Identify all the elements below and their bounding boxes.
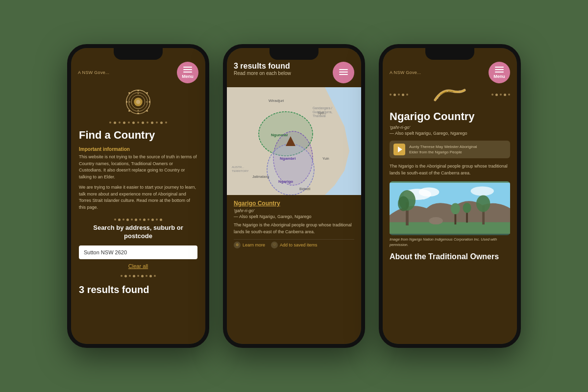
dot-5: [128, 122, 130, 123]
d6: [135, 219, 137, 221]
menu-btn-inner-3: Menu: [493, 67, 505, 79]
find-country-title: Find a Country: [79, 129, 197, 142]
p3d6: [491, 94, 493, 96]
svg-point-38: [459, 91, 461, 92]
journey-text: We are trying to make it easier to start…: [79, 184, 197, 211]
dots-divider-2: [79, 272, 197, 280]
important-info-title: Important information: [79, 147, 197, 152]
dot-12: [160, 122, 163, 124]
d20: [149, 275, 152, 277]
svg-text:Ngunmal: Ngunmal: [271, 133, 288, 137]
svg-point-50: [451, 203, 460, 215]
phone2-content: Ngarigo Country 'gahr-ri-go' — Also spel…: [227, 195, 361, 253]
menu-button-3[interactable]: Menu: [489, 62, 510, 83]
boomerang-icon: [433, 86, 467, 103]
svg-text:Ngambri: Ngambri: [280, 156, 295, 161]
d21: [154, 275, 156, 277]
svg-point-9: [146, 92, 147, 94]
learn-more-label: Learn more: [243, 243, 265, 247]
svg-text:Wiradjuri: Wiradjuri: [269, 98, 284, 103]
p3d1: [390, 94, 392, 96]
play-button[interactable]: [393, 144, 405, 155]
country-also-spelt-2: — Also spelt Ngarigu, Garego, Ngarego: [234, 214, 354, 219]
dot-1: [109, 122, 111, 123]
svg-point-46: [398, 196, 409, 211]
svg-point-48: [476, 196, 490, 212]
menu-button-2[interactable]: [333, 62, 354, 83]
d19: [146, 275, 147, 277]
video-text-line2: Elder from the Ngarigo People: [409, 150, 462, 154]
results-sub: Read more on each below: [234, 71, 291, 76]
d7: [139, 219, 141, 220]
svg-point-15: [129, 101, 130, 103]
dot-4: [123, 122, 125, 124]
svg-point-36: [437, 98, 439, 99]
svg-point-7: [126, 101, 127, 102]
d11: [156, 219, 158, 220]
video-player[interactable]: Aunty Therese May Webster Aboriginal Eld…: [390, 141, 510, 158]
d10: [151, 219, 154, 221]
ngarigo-pronunciation: 'gahr-ri-go': [390, 125, 510, 130]
phone1-screen: A NSW Gove... Menu: [71, 48, 205, 344]
d8: [143, 219, 146, 221]
video-text: Aunty Therese May Webster Aboriginal Eld…: [409, 144, 477, 155]
ngarigo-also-spelt: — Also spelt Ngarigu, Garego, Ngarego: [390, 131, 510, 136]
svg-point-6: [137, 113, 139, 114]
ngarigo-description: The Ngarigo is the Aboriginal people gro…: [390, 163, 510, 176]
learn-more-button[interactable]: ⚙ Learn more: [234, 242, 265, 248]
svg-point-42: [471, 187, 494, 196]
d2: [118, 219, 121, 221]
d9: [147, 219, 149, 220]
svg-point-13: [138, 93, 139, 94]
d14: [124, 275, 127, 277]
dot-7: [137, 122, 139, 123]
add-saved-label: Add to saved items: [280, 243, 318, 247]
clear-all-button[interactable]: Clear all: [79, 263, 197, 269]
d4: [126, 219, 129, 221]
gov-label-3: A NSW Gove...: [390, 70, 421, 75]
menu-line-c: [339, 74, 348, 75]
add-saved-button[interactable]: ♡ Add to saved items: [271, 242, 318, 248]
svg-text:TERRITORY: TERRITORY: [232, 170, 248, 172]
dot-8: [142, 122, 144, 124]
phone-2: 3 results found Read more on each below: [223, 44, 365, 348]
svg-text:Bidwell: Bidwell: [299, 187, 311, 191]
d13: [121, 275, 122, 277]
menu-line-b: [339, 72, 348, 73]
svg-point-41: [419, 187, 440, 196]
phone1-content: Find a Country Important information Thi…: [71, 126, 205, 295]
phone3-content: Ngarigo Country 'gahr-ri-go' — Also spel…: [383, 105, 517, 261]
phone3-logo-row: [383, 86, 517, 103]
search-input[interactable]: Sutton NSW 2620: [79, 245, 197, 259]
play-icon: [398, 147, 402, 152]
results-count: 3 results found: [234, 62, 291, 71]
phone-3: A NSW Gove... Menu: [379, 44, 521, 348]
menu-icon-1: [183, 67, 192, 68]
important-info-text: This website is not trying to be the sou…: [79, 154, 197, 180]
menu-button-1[interactable]: Menu: [177, 62, 198, 83]
map-container: Wiradjuri Syd... Gandangara / Gundungurr…: [227, 87, 361, 195]
svg-point-37: [447, 91, 448, 92]
svg-point-5: [137, 90, 139, 91]
dot-6: [132, 122, 135, 124]
settings-icon: ⚙: [234, 242, 241, 248]
dot-13: [165, 122, 167, 123]
country-description-2: The Ngarigo is the Aboriginal people gro…: [234, 222, 354, 235]
card-actions: ⚙ Learn more ♡ Add to saved items: [234, 239, 354, 248]
svg-point-52: [463, 203, 471, 213]
country-name-link[interactable]: Ngarigo Country: [234, 200, 354, 207]
svg-point-4: [136, 100, 141, 104]
menu-line-z: [495, 72, 504, 73]
results-header: 3 results found Read more on each below: [234, 62, 291, 76]
menu-icon-2: [183, 69, 192, 70]
svg-point-53: [429, 217, 442, 224]
search-title: Search by address, suburb or postcode: [79, 224, 197, 241]
p3d3: [398, 94, 400, 96]
dots-row-3a: [390, 92, 408, 98]
map-svg: Wiradjuri Syd... Gandangara / Gundungurr…: [227, 87, 361, 195]
d1: [114, 219, 116, 220]
heart-icon: ♡: [271, 242, 278, 248]
svg-text:Ngarigo: Ngarigo: [278, 179, 293, 184]
dot-11: [156, 122, 158, 123]
menu-btn-inner-2: [339, 69, 348, 76]
